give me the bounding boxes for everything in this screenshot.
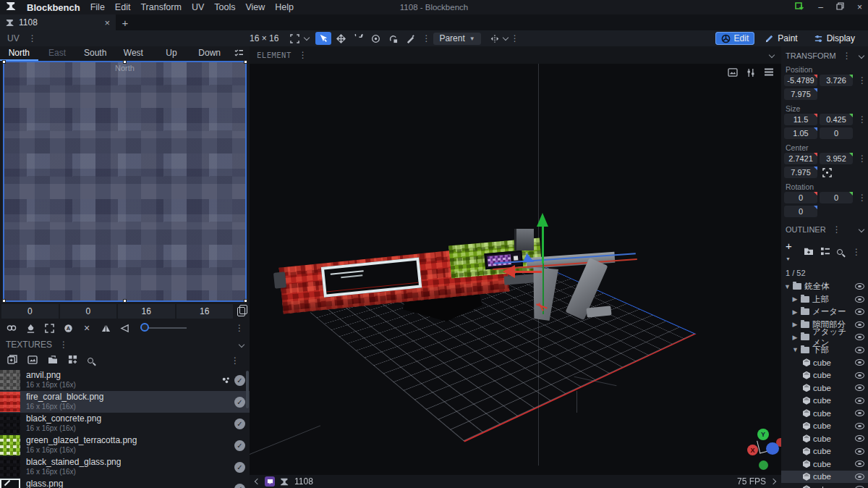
menu-uv[interactable]: UV [192, 2, 204, 12]
rotation-menu-icon[interactable]: ⋮ [855, 193, 868, 203]
viewport-background-icon[interactable] [728, 68, 738, 80]
move-tool-button[interactable] [333, 32, 349, 45]
outliner-cube[interactable]: cube [781, 369, 868, 382]
uv-rotate-icon[interactable] [116, 321, 132, 335]
visibility-eye-icon[interactable] [855, 372, 864, 379]
outliner-cube[interactable]: cube [781, 382, 868, 395]
textures-collapse-icon[interactable] [239, 342, 244, 348]
face-tab-up[interactable]: Up [153, 48, 191, 59]
uv-link-icon[interactable] [4, 321, 20, 335]
outliner-group[interactable]: ▶ メーター [781, 306, 868, 319]
textures-menu-icon[interactable]: ⋮ [56, 340, 71, 350]
center-x-field[interactable]: 2.7421 [784, 153, 817, 164]
face-tab-east[interactable]: East [38, 48, 77, 59]
visibility-eye-icon[interactable] [855, 296, 864, 303]
viewport-settings-icon[interactable] [746, 68, 755, 80]
model-glass-window[interactable] [321, 257, 422, 297]
reload-textures-icon[interactable] [48, 356, 58, 366]
new-tab-button[interactable]: + [116, 14, 135, 30]
visibility-eye-icon[interactable] [855, 474, 864, 480]
model-rear-sight-cube[interactable] [514, 229, 534, 251]
uv-editor-canvas[interactable]: North [3, 61, 247, 302]
texture-list-scrollbar[interactable] [246, 371, 249, 408]
position-menu-icon[interactable]: ⋮ [855, 75, 868, 85]
frame-view-icon[interactable] [286, 32, 302, 45]
center-pivot-crosshair-icon[interactable] [820, 167, 834, 178]
texture-assigned-check-icon[interactable]: ✓ [234, 462, 245, 473]
update-available-icon[interactable] [795, 1, 805, 13]
vertex-snap-tool-button[interactable] [402, 32, 418, 45]
face-tab-south[interactable]: South [76, 48, 114, 59]
menu-view[interactable]: View [245, 2, 265, 12]
window-minimize-button[interactable]: – [818, 2, 823, 12]
menu-edit[interactable]: Edit [115, 2, 131, 12]
center-y-field[interactable]: 3.952 [820, 153, 853, 164]
gizmo-x-arrow-icon[interactable] [503, 265, 515, 278]
menu-tools[interactable]: Tools [214, 2, 235, 12]
uv-clear-icon[interactable]: × [79, 321, 95, 335]
tools-overflow-icon[interactable]: ⋮ [419, 33, 433, 43]
mirror-painting-icon[interactable] [487, 32, 503, 45]
add-cube-button[interactable]: + ▼ [786, 240, 797, 264]
texture-row-fire-coral[interactable]: fire_coral_block.png 16 x 16px (16x) ✓ [0, 391, 250, 413]
uv-auto-uv-icon[interactable]: A [60, 321, 76, 335]
outliner-group[interactable]: ▶ 上部 [781, 293, 868, 306]
face-tab-down[interactable]: Down [190, 48, 229, 59]
visibility-eye-icon[interactable] [855, 435, 864, 442]
project-tab[interactable]: 1108 × [0, 14, 116, 30]
texture-row-black-stained-glass[interactable]: black_stained_glass.png 16 x 16px (16x) … [0, 456, 250, 478]
uv-handle[interactable] [2, 299, 6, 303]
visibility-eye-icon[interactable] [855, 347, 864, 353]
outliner-cube[interactable]: cube [781, 395, 868, 408]
status-next-icon[interactable] [770, 479, 776, 484]
uv-handle[interactable] [123, 299, 127, 303]
visibility-eye-icon[interactable] [855, 334, 864, 340]
transform-collapse-icon[interactable] [859, 53, 864, 59]
model-muzzle-cube[interactable] [273, 272, 286, 289]
transform-menu-icon[interactable]: ⋮ [840, 51, 854, 61]
uv-width-field[interactable]: 16 [118, 304, 175, 319]
outliner-cube[interactable]: cube [781, 407, 868, 420]
texture-row-green-glazed[interactable]: green_glazed_terracotta.png 16 x 16px (1… [0, 434, 250, 456]
texture-row-anvil[interactable]: anvil.png 16 x 16px (16x) ✓ [0, 369, 250, 391]
uv-handle[interactable] [2, 60, 6, 64]
uv-y-field[interactable]: 0 [60, 304, 117, 319]
texture-assigned-check-icon[interactable]: ✓ [234, 484, 245, 488]
size-y-field[interactable]: 0.425 [820, 114, 853, 125]
uv-copy-icon[interactable] [234, 304, 248, 319]
visibility-eye-icon[interactable] [855, 359, 864, 366]
visibility-eye-icon[interactable] [855, 410, 864, 416]
gizmo-x-arrow-icon[interactable] [514, 271, 542, 273]
uv-opacity-slider[interactable] [140, 327, 187, 329]
center-menu-icon[interactable]: ⋮ [855, 153, 868, 164]
append-texture-icon[interactable] [68, 355, 77, 366]
size-inflate-field[interactable]: 0 [820, 127, 853, 139]
import-texture-icon[interactable] [7, 355, 17, 366]
uv-x-field[interactable]: 0 [1, 304, 59, 319]
outliner-menu-icon[interactable]: ⋮ [830, 224, 844, 235]
visibility-eye-icon[interactable] [855, 448, 864, 455]
mode-tab-display[interactable]: Display [808, 32, 861, 45]
size-menu-icon[interactable]: ⋮ [855, 114, 868, 125]
axis-gizmo-y-ball[interactable]: Y [757, 429, 769, 440]
size-x-field[interactable]: 11.5 [784, 114, 817, 125]
outliner-group[interactable]: ▶ アタッチメン [781, 331, 868, 344]
menu-transform[interactable]: Transform [140, 2, 182, 12]
rotation-x-field[interactable]: 0 [784, 192, 817, 203]
rotation-z-field[interactable]: 0 [784, 206, 817, 217]
visibility-eye-icon[interactable] [855, 397, 864, 404]
gizmo-y-arrow-icon[interactable] [537, 213, 548, 227]
uv-fill-icon[interactable] [22, 321, 38, 335]
visibility-eye-icon[interactable] [855, 423, 864, 429]
window-close-button[interactable]: × [857, 2, 862, 12]
texture-row-glass[interactable]: glass.png 16 x 16px (16x) ✓ [0, 478, 250, 488]
element-bar-collapse-icon[interactable] [769, 52, 775, 58]
visibility-eye-icon[interactable] [855, 384, 864, 391]
axis-gizmo-neg-y-ball[interactable] [759, 460, 768, 470]
texture-assigned-check-icon[interactable]: ✓ [234, 440, 245, 451]
outliner-group-root[interactable]: ▼ 銃全体 [781, 280, 868, 293]
outliner-collapse-icon[interactable] [859, 227, 864, 232]
menu-help[interactable]: Help [275, 2, 294, 12]
texture-assigned-check-icon[interactable]: ✓ [234, 418, 245, 429]
uv-display-settings-icon[interactable] [229, 49, 250, 59]
